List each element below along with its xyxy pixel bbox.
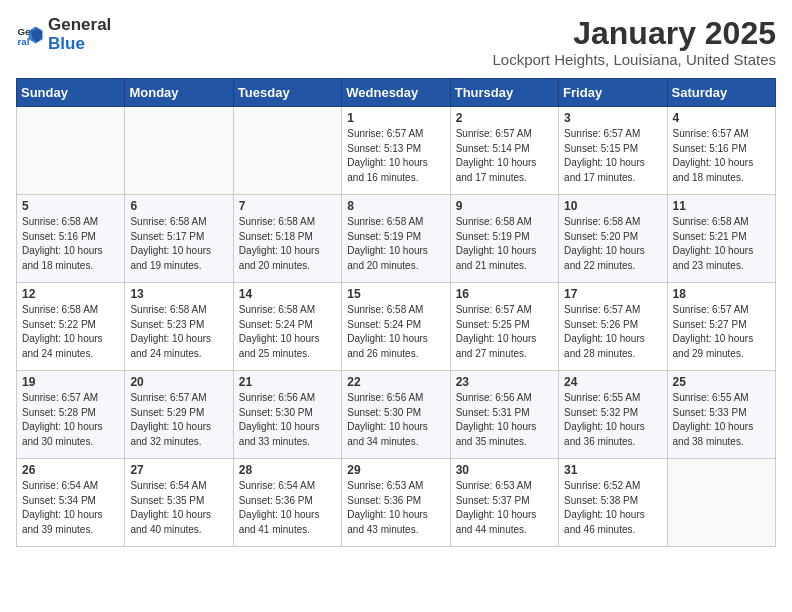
day-info: Sunrise: 6:58 AMSunset: 5:17 PMDaylight:…	[130, 215, 227, 273]
day-info: Sunrise: 6:58 AMSunset: 5:19 PMDaylight:…	[347, 215, 444, 273]
day-number: 6	[130, 199, 227, 213]
calendar-cell: 25 Sunrise: 6:55 AMSunset: 5:33 PMDaylig…	[667, 371, 775, 459]
day-number: 22	[347, 375, 444, 389]
calendar-cell: 15 Sunrise: 6:58 AMSunset: 5:24 PMDaylig…	[342, 283, 450, 371]
weekday-header-saturday: Saturday	[667, 79, 775, 107]
calendar-cell: 21 Sunrise: 6:56 AMSunset: 5:30 PMDaylig…	[233, 371, 341, 459]
calendar-cell: 9 Sunrise: 6:58 AMSunset: 5:19 PMDayligh…	[450, 195, 558, 283]
svg-text:ral: ral	[17, 35, 29, 46]
logo-general: General	[48, 16, 111, 35]
day-number: 3	[564, 111, 661, 125]
day-number: 14	[239, 287, 336, 301]
day-number: 25	[673, 375, 770, 389]
calendar-cell: 10 Sunrise: 6:58 AMSunset: 5:20 PMDaylig…	[559, 195, 667, 283]
day-info: Sunrise: 6:54 AMSunset: 5:35 PMDaylight:…	[130, 479, 227, 537]
weekday-header-sunday: Sunday	[17, 79, 125, 107]
calendar-cell	[667, 459, 775, 547]
day-number: 7	[239, 199, 336, 213]
calendar-cell: 13 Sunrise: 6:58 AMSunset: 5:23 PMDaylig…	[125, 283, 233, 371]
day-info: Sunrise: 6:58 AMSunset: 5:18 PMDaylight:…	[239, 215, 336, 273]
logo-text: General Blue	[48, 16, 111, 53]
day-number: 1	[347, 111, 444, 125]
weekday-header-friday: Friday	[559, 79, 667, 107]
page-header: Gene ral General Blue January 2025 Lockp…	[16, 16, 776, 68]
calendar-cell: 31 Sunrise: 6:52 AMSunset: 5:38 PMDaylig…	[559, 459, 667, 547]
day-number: 9	[456, 199, 553, 213]
day-info: Sunrise: 6:58 AMSunset: 5:22 PMDaylight:…	[22, 303, 119, 361]
day-number: 20	[130, 375, 227, 389]
calendar-cell: 2 Sunrise: 6:57 AMSunset: 5:14 PMDayligh…	[450, 107, 558, 195]
day-info: Sunrise: 6:57 AMSunset: 5:27 PMDaylight:…	[673, 303, 770, 361]
logo-blue: Blue	[48, 35, 111, 54]
day-number: 12	[22, 287, 119, 301]
calendar-cell: 30 Sunrise: 6:53 AMSunset: 5:37 PMDaylig…	[450, 459, 558, 547]
title-block: January 2025 Lockport Heights, Louisiana…	[493, 16, 777, 68]
day-info: Sunrise: 6:58 AMSunset: 5:23 PMDaylight:…	[130, 303, 227, 361]
calendar-cell: 27 Sunrise: 6:54 AMSunset: 5:35 PMDaylig…	[125, 459, 233, 547]
day-info: Sunrise: 6:54 AMSunset: 5:34 PMDaylight:…	[22, 479, 119, 537]
calendar-cell: 3 Sunrise: 6:57 AMSunset: 5:15 PMDayligh…	[559, 107, 667, 195]
weekday-header-wednesday: Wednesday	[342, 79, 450, 107]
day-number: 23	[456, 375, 553, 389]
calendar-cell: 1 Sunrise: 6:57 AMSunset: 5:13 PMDayligh…	[342, 107, 450, 195]
calendar-cell: 26 Sunrise: 6:54 AMSunset: 5:34 PMDaylig…	[17, 459, 125, 547]
day-number: 29	[347, 463, 444, 477]
day-info: Sunrise: 6:57 AMSunset: 5:15 PMDaylight:…	[564, 127, 661, 185]
day-number: 10	[564, 199, 661, 213]
day-info: Sunrise: 6:52 AMSunset: 5:38 PMDaylight:…	[564, 479, 661, 537]
calendar-cell: 6 Sunrise: 6:58 AMSunset: 5:17 PMDayligh…	[125, 195, 233, 283]
calendar-cell: 16 Sunrise: 6:57 AMSunset: 5:25 PMDaylig…	[450, 283, 558, 371]
day-number: 5	[22, 199, 119, 213]
weekday-header-row: SundayMondayTuesdayWednesdayThursdayFrid…	[17, 79, 776, 107]
calendar-cell: 11 Sunrise: 6:58 AMSunset: 5:21 PMDaylig…	[667, 195, 775, 283]
day-number: 26	[22, 463, 119, 477]
day-info: Sunrise: 6:58 AMSunset: 5:24 PMDaylight:…	[347, 303, 444, 361]
calendar-cell	[125, 107, 233, 195]
calendar-cell: 17 Sunrise: 6:57 AMSunset: 5:26 PMDaylig…	[559, 283, 667, 371]
day-info: Sunrise: 6:57 AMSunset: 5:29 PMDaylight:…	[130, 391, 227, 449]
calendar-week-3: 12 Sunrise: 6:58 AMSunset: 5:22 PMDaylig…	[17, 283, 776, 371]
day-info: Sunrise: 6:57 AMSunset: 5:26 PMDaylight:…	[564, 303, 661, 361]
day-info: Sunrise: 6:57 AMSunset: 5:28 PMDaylight:…	[22, 391, 119, 449]
calendar-cell: 5 Sunrise: 6:58 AMSunset: 5:16 PMDayligh…	[17, 195, 125, 283]
day-info: Sunrise: 6:56 AMSunset: 5:30 PMDaylight:…	[239, 391, 336, 449]
day-info: Sunrise: 6:58 AMSunset: 5:20 PMDaylight:…	[564, 215, 661, 273]
calendar-cell: 18 Sunrise: 6:57 AMSunset: 5:27 PMDaylig…	[667, 283, 775, 371]
calendar-cell: 29 Sunrise: 6:53 AMSunset: 5:36 PMDaylig…	[342, 459, 450, 547]
calendar-table: SundayMondayTuesdayWednesdayThursdayFrid…	[16, 78, 776, 547]
day-number: 19	[22, 375, 119, 389]
day-info: Sunrise: 6:55 AMSunset: 5:33 PMDaylight:…	[673, 391, 770, 449]
day-number: 15	[347, 287, 444, 301]
month-title: January 2025	[493, 16, 777, 51]
weekday-header-tuesday: Tuesday	[233, 79, 341, 107]
day-number: 21	[239, 375, 336, 389]
day-number: 4	[673, 111, 770, 125]
day-number: 11	[673, 199, 770, 213]
day-number: 13	[130, 287, 227, 301]
day-info: Sunrise: 6:58 AMSunset: 5:21 PMDaylight:…	[673, 215, 770, 273]
calendar-week-5: 26 Sunrise: 6:54 AMSunset: 5:34 PMDaylig…	[17, 459, 776, 547]
day-info: Sunrise: 6:53 AMSunset: 5:37 PMDaylight:…	[456, 479, 553, 537]
calendar-cell: 23 Sunrise: 6:56 AMSunset: 5:31 PMDaylig…	[450, 371, 558, 459]
calendar-cell	[233, 107, 341, 195]
day-info: Sunrise: 6:56 AMSunset: 5:30 PMDaylight:…	[347, 391, 444, 449]
day-number: 31	[564, 463, 661, 477]
calendar-cell: 12 Sunrise: 6:58 AMSunset: 5:22 PMDaylig…	[17, 283, 125, 371]
weekday-header-thursday: Thursday	[450, 79, 558, 107]
calendar-cell: 7 Sunrise: 6:58 AMSunset: 5:18 PMDayligh…	[233, 195, 341, 283]
day-number: 16	[456, 287, 553, 301]
day-number: 2	[456, 111, 553, 125]
day-info: Sunrise: 6:56 AMSunset: 5:31 PMDaylight:…	[456, 391, 553, 449]
day-number: 27	[130, 463, 227, 477]
day-number: 8	[347, 199, 444, 213]
calendar-week-2: 5 Sunrise: 6:58 AMSunset: 5:16 PMDayligh…	[17, 195, 776, 283]
calendar-cell: 14 Sunrise: 6:58 AMSunset: 5:24 PMDaylig…	[233, 283, 341, 371]
day-number: 30	[456, 463, 553, 477]
day-info: Sunrise: 6:57 AMSunset: 5:14 PMDaylight:…	[456, 127, 553, 185]
calendar-week-4: 19 Sunrise: 6:57 AMSunset: 5:28 PMDaylig…	[17, 371, 776, 459]
calendar-cell: 4 Sunrise: 6:57 AMSunset: 5:16 PMDayligh…	[667, 107, 775, 195]
day-info: Sunrise: 6:58 AMSunset: 5:24 PMDaylight:…	[239, 303, 336, 361]
day-info: Sunrise: 6:57 AMSunset: 5:13 PMDaylight:…	[347, 127, 444, 185]
day-info: Sunrise: 6:55 AMSunset: 5:32 PMDaylight:…	[564, 391, 661, 449]
calendar-cell: 20 Sunrise: 6:57 AMSunset: 5:29 PMDaylig…	[125, 371, 233, 459]
